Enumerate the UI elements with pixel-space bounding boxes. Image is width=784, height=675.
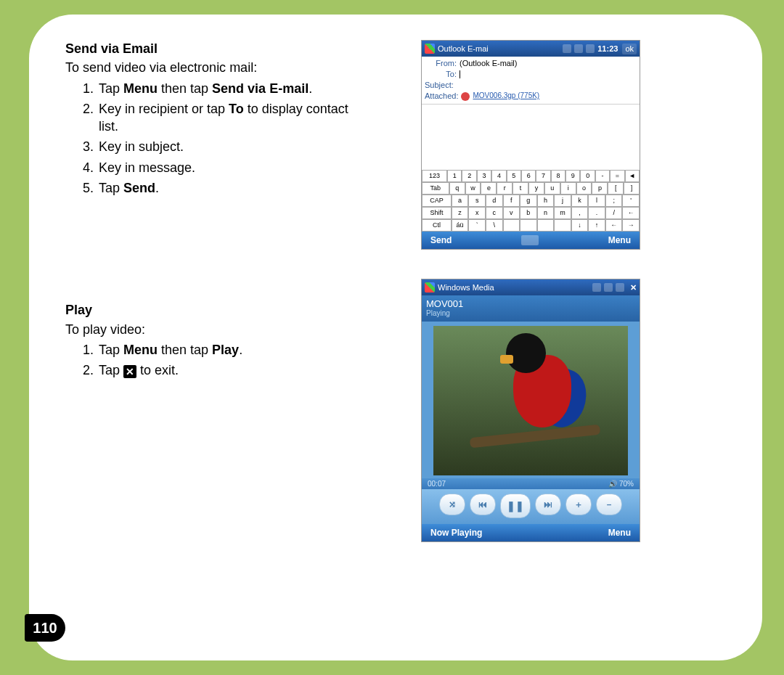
video-bird-head: [506, 333, 546, 373]
kb-key[interactable]: 4: [491, 170, 506, 182]
kb-key[interactable]: ↑: [588, 219, 605, 232]
kb-key[interactable]: Shift: [422, 207, 452, 219]
kb-key[interactable]: w: [465, 182, 481, 195]
kb-key[interactable]: \: [486, 219, 503, 232]
kb-key[interactable]: Tab: [422, 182, 449, 195]
kb-key[interactable]: p: [592, 182, 608, 195]
kb-key[interactable]: m: [554, 207, 571, 219]
kb-key[interactable]: t: [513, 182, 528, 195]
kb-key[interactable]: 8: [551, 170, 565, 182]
s1s5-end: .: [155, 181, 159, 195]
email-message-body[interactable]: [422, 105, 640, 170]
menu-softkey[interactable]: Menu: [608, 528, 631, 538]
network-icon: [574, 44, 583, 53]
kb-key[interactable]: 3: [477, 170, 491, 182]
kb-key[interactable]: 0: [580, 170, 595, 182]
attached-label: Attached:: [425, 92, 458, 101]
kb-key[interactable]: l: [588, 195, 605, 207]
s2s2-end: to exit.: [136, 363, 179, 377]
s2s1-b2: Play: [212, 343, 239, 357]
kb-key[interactable]: 7: [536, 170, 550, 182]
kb-key[interactable]: 5: [507, 170, 521, 182]
send-softkey[interactable]: Send: [430, 236, 452, 245]
to-row[interactable]: To:: [425, 69, 637, 80]
subject-row[interactable]: Subject:: [425, 80, 637, 91]
kb-key[interactable]: ;: [605, 195, 623, 207]
kb-key[interactable]: Ctl: [422, 219, 452, 232]
kb-key[interactable]: z: [452, 207, 469, 219]
from-label: From:: [425, 60, 457, 68]
kb-key[interactable]: [554, 219, 571, 232]
kb-key[interactable]: ←: [622, 207, 640, 219]
kb-key[interactable]: c: [486, 207, 503, 219]
s1s1-pre: Tap: [99, 81, 123, 96]
menu-softkey[interactable]: Menu: [608, 236, 631, 245]
kb-row-3[interactable]: CAPasdfghjkl;': [422, 195, 640, 207]
kb-row-4[interactable]: Shiftzxcvbnm,./←: [422, 207, 640, 219]
kb-key[interactable]: [520, 219, 537, 232]
kb-key[interactable]: f: [503, 195, 520, 207]
kb-row-1[interactable]: 1231234567890-=◄: [422, 170, 640, 182]
kb-key[interactable]: ]: [624, 182, 640, 195]
kb-key[interactable]: /: [605, 207, 623, 219]
next-button[interactable]: ⏭: [535, 494, 561, 515]
kb-key[interactable]: 6: [521, 170, 536, 182]
kb-key[interactable]: 2: [462, 170, 476, 182]
kb-key[interactable]: ←: [605, 219, 623, 232]
kb-key[interactable]: →: [622, 219, 640, 232]
kb-key[interactable]: `: [468, 219, 486, 232]
section2-step2: Tap ✕ to exit.: [97, 361, 370, 379]
to-label[interactable]: To:: [425, 70, 457, 78]
attached-row: Attached: MOV006.3gp (775K): [425, 91, 637, 102]
shuffle-button[interactable]: ⤨: [439, 494, 465, 515]
pause-button[interactable]: ❚❚: [500, 494, 531, 518]
kb-key[interactable]: v: [503, 207, 520, 219]
kb-key[interactable]: CAP: [422, 195, 452, 207]
kb-row-5[interactable]: Ctláü`\ ↓↑←→: [422, 219, 640, 232]
kb-key[interactable]: g: [520, 195, 537, 207]
on-screen-keyboard[interactable]: 1231234567890-=◄ Tabqwertyuiop[] CAPasdf…: [422, 170, 640, 232]
kb-key[interactable]: s: [468, 195, 486, 207]
kb-key[interactable]: áü: [452, 219, 469, 232]
vol-down-button[interactable]: －: [596, 494, 622, 515]
email-app-title: Outlook E-mai: [438, 45, 560, 53]
kb-key[interactable]: u: [544, 182, 560, 195]
attachment-link[interactable]: MOV006.3gp (775K): [473, 92, 539, 101]
section2-steps: Tap Menu then tap Play. Tap ✕ to exit.: [65, 341, 370, 380]
kb-key[interactable]: b: [520, 207, 537, 219]
media-header: MOV001 Playing: [422, 295, 640, 322]
kb-key[interactable]: 1: [447, 170, 462, 182]
kb-key[interactable]: 9: [565, 170, 580, 182]
kb-key[interactable]: a: [452, 195, 469, 207]
kb-row-2[interactable]: Tabqwertyuiop[]: [422, 182, 640, 195]
prev-button[interactable]: ⏮: [470, 494, 496, 515]
kb-key[interactable]: .: [588, 207, 605, 219]
kb-key[interactable]: j: [554, 195, 571, 207]
kb-key[interactable]: ': [622, 195, 640, 207]
kb-key[interactable]: -: [595, 170, 610, 182]
kb-key[interactable]: d: [486, 195, 503, 207]
now-playing-softkey[interactable]: Now Playing: [430, 528, 482, 538]
kb-key[interactable]: ,: [571, 207, 589, 219]
kb-key[interactable]: ↓: [571, 219, 589, 232]
kb-key[interactable]: ◄: [625, 170, 640, 182]
kb-key[interactable]: r: [497, 182, 513, 195]
kb-key[interactable]: k: [571, 195, 589, 207]
kb-key[interactable]: i: [560, 182, 576, 195]
kb-key[interactable]: [537, 219, 555, 232]
kb-key[interactable]: n: [537, 207, 555, 219]
vol-up-button[interactable]: ＋: [565, 494, 592, 515]
kb-key[interactable]: =: [610, 170, 624, 182]
kb-key[interactable]: q: [449, 182, 465, 195]
kb-key[interactable]: o: [576, 182, 592, 195]
keyboard-toggle-icon[interactable]: [521, 235, 539, 245]
kb-key[interactable]: y: [528, 182, 544, 195]
kb-key[interactable]: 123: [422, 170, 447, 182]
kb-key[interactable]: x: [468, 207, 486, 219]
kb-key[interactable]: h: [537, 195, 555, 207]
kb-key[interactable]: [503, 219, 520, 232]
kb-key[interactable]: [: [608, 182, 624, 195]
ok-button[interactable]: ok: [622, 44, 637, 54]
close-icon[interactable]: ✕: [630, 283, 637, 292]
kb-key[interactable]: e: [481, 182, 497, 195]
